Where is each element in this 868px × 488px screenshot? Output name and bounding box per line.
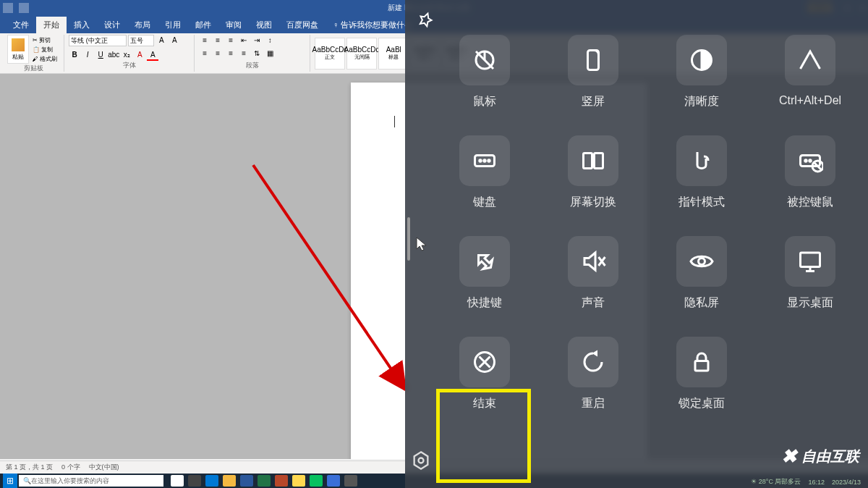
settings-icon[interactable] xyxy=(411,450,431,471)
tab-design[interactable]: 设计 xyxy=(97,17,127,33)
sound-button[interactable] xyxy=(568,236,618,287)
lock-button[interactable] xyxy=(676,337,727,387)
ppt-icon[interactable] xyxy=(275,475,288,487)
svg-point-12 xyxy=(488,160,490,161)
paste-button[interactable]: 粘贴 xyxy=(7,35,29,64)
qat-save-icon[interactable] xyxy=(3,3,13,13)
copy-button[interactable]: 📋 复制 xyxy=(30,45,59,54)
font-name-select[interactable] xyxy=(69,35,127,46)
font-size-select[interactable] xyxy=(128,35,154,46)
restart-button[interactable] xyxy=(568,337,618,387)
justify-button[interactable]: ≡ xyxy=(238,48,250,59)
underline-button[interactable]: U xyxy=(95,49,106,61)
strike-button[interactable]: abc xyxy=(108,49,119,61)
highlight-button[interactable]: A xyxy=(134,49,145,61)
app-icon[interactable] xyxy=(327,475,340,487)
edge-icon[interactable] xyxy=(205,475,218,487)
tab-references[interactable]: 引用 xyxy=(158,17,188,33)
sound-icon xyxy=(580,248,606,274)
style-item[interactable]: AaBl标题 xyxy=(378,38,409,70)
keyboard-button[interactable] xyxy=(459,135,510,186)
shortcut-button[interactable] xyxy=(459,236,510,287)
tab-view[interactable]: 视图 xyxy=(249,17,279,33)
weather-widget[interactable]: ☀ 28°C 局部多云 xyxy=(751,477,801,487)
tray-date[interactable]: 2023/4/13 xyxy=(832,479,861,486)
svg-rect-14 xyxy=(595,153,603,169)
grow-font-button[interactable]: A xyxy=(156,35,167,46)
privacy-button[interactable] xyxy=(676,236,727,287)
style-item[interactable]: AaBbCcDd无间隔 xyxy=(346,38,377,70)
font-color-button[interactable]: A xyxy=(147,49,158,61)
system-tray: ☀ 28°C 局部多云 16:12 2023/4/13 xyxy=(751,477,861,487)
language[interactable]: 中文(中国) xyxy=(89,463,119,472)
note-icon[interactable] xyxy=(292,475,305,487)
screen-switch-button[interactable] xyxy=(568,135,618,186)
lock-label: 锁定桌面 xyxy=(678,396,725,411)
svg-point-22 xyxy=(699,258,705,265)
tab-mailings[interactable]: 邮件 xyxy=(188,17,218,33)
cad-label: Ctrl+Alt+Del xyxy=(779,94,841,107)
pointer-mode-icon xyxy=(689,148,715,174)
align-left-button[interactable]: ≡ xyxy=(199,48,210,59)
clarity-label: 清晰度 xyxy=(684,94,719,109)
tab-file[interactable]: 文件 xyxy=(6,17,36,33)
clarity-button[interactable] xyxy=(676,35,727,85)
mouse-button[interactable] xyxy=(459,35,510,85)
control-restart: 重启 xyxy=(550,337,637,411)
page-count[interactable]: 第 1 页，共 1 页 xyxy=(6,463,53,472)
control-remote-km: 被控键鼠 xyxy=(767,135,854,210)
svg-rect-13 xyxy=(584,153,592,169)
remote-km-button[interactable] xyxy=(785,135,835,186)
screen-switch-icon xyxy=(580,148,606,174)
multilevel-button[interactable]: ≡ xyxy=(225,35,237,46)
bullets-button[interactable]: ≡ xyxy=(199,35,210,46)
side-scroll-indicator[interactable] xyxy=(407,217,410,261)
shading-button[interactable]: ▦ xyxy=(264,48,276,59)
show-desktop-button[interactable] xyxy=(785,236,835,287)
pointer-mode-button[interactable] xyxy=(676,135,727,186)
subscript-button[interactable]: x₂ xyxy=(121,49,132,61)
pointer-mode-label: 指针模式 xyxy=(678,195,725,210)
tab-layout[interactable]: 布局 xyxy=(127,17,158,33)
cad-button[interactable] xyxy=(785,35,835,85)
align-center-button[interactable]: ≡ xyxy=(212,48,224,59)
qat-undo-icon[interactable] xyxy=(19,3,29,13)
app2-icon[interactable] xyxy=(344,475,357,487)
font-label: 字体 xyxy=(69,61,190,72)
word-count[interactable]: 0 个字 xyxy=(61,463,80,472)
tab-baidu[interactable]: 百度网盘 xyxy=(279,17,326,33)
style-item[interactable]: AaBbCcDd正文 xyxy=(315,38,345,70)
indent-inc-button[interactable]: ⇥ xyxy=(251,35,263,46)
tab-home[interactable]: 开始 xyxy=(36,17,67,33)
control-portrait: 竖屏 xyxy=(550,35,637,109)
pin-icon[interactable] xyxy=(417,12,434,29)
restart-icon xyxy=(580,349,606,375)
bold-button[interactable]: B xyxy=(69,49,80,61)
numbering-button[interactable]: ≡ xyxy=(212,35,224,46)
wechat-icon[interactable] xyxy=(310,475,323,487)
keyboard-label: 键盘 xyxy=(473,195,496,210)
taskview-icon[interactable] xyxy=(188,475,201,487)
italic-button[interactable]: I xyxy=(82,49,93,61)
control-end: 结束 xyxy=(441,337,528,411)
format-painter-button[interactable]: 🖌 格式刷 xyxy=(30,54,59,64)
excel-icon[interactable] xyxy=(258,475,271,487)
start-button[interactable]: ⊞ xyxy=(3,474,17,488)
cortana-icon[interactable] xyxy=(171,475,184,487)
tab-insert[interactable]: 插入 xyxy=(67,17,97,33)
end-button[interactable] xyxy=(459,337,510,387)
tab-review[interactable]: 审阅 xyxy=(218,17,249,33)
line-spacing-button[interactable]: ⇅ xyxy=(251,48,263,59)
sort-button[interactable]: ↕ xyxy=(264,35,276,46)
cursor-icon xyxy=(415,236,428,252)
explorer-icon[interactable] xyxy=(223,475,236,487)
taskbar-search[interactable]: 🔍 在这里输入你要搜索的内容 xyxy=(19,475,163,487)
tray-time[interactable]: 16:12 xyxy=(808,479,825,486)
word-icon[interactable] xyxy=(240,475,253,487)
shrink-font-button[interactable]: A xyxy=(169,35,180,46)
portrait-button[interactable] xyxy=(568,35,618,85)
indent-dec-button[interactable]: ⇤ xyxy=(238,35,250,46)
align-right-button[interactable]: ≡ xyxy=(225,48,237,59)
cut-button[interactable]: ✂ 剪切 xyxy=(30,35,59,45)
restart-label: 重启 xyxy=(582,396,605,411)
